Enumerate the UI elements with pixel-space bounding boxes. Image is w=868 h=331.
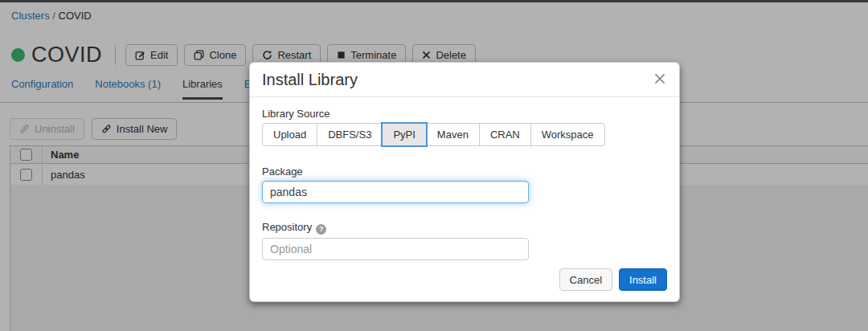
- package-label: Package: [262, 166, 667, 178]
- repository-label: Repository?: [262, 221, 667, 235]
- source-option-cran[interactable]: CRAN: [479, 123, 531, 146]
- repository-field: Repository?: [262, 221, 667, 260]
- library-source-group: Upload DBFS/S3 PyPI Maven CRAN Workspace: [262, 123, 605, 146]
- source-option-upload[interactable]: Upload: [262, 123, 317, 146]
- close-button[interactable]: [653, 72, 669, 88]
- package-field: Package: [262, 166, 667, 203]
- install-button[interactable]: Install: [619, 268, 667, 291]
- repository-label-text: Repository: [262, 221, 312, 233]
- cancel-button[interactable]: Cancel: [559, 268, 612, 291]
- package-input[interactable]: [262, 181, 529, 203]
- library-source-label: Library Source: [262, 108, 667, 120]
- modal-header: Install Library: [250, 63, 679, 97]
- close-icon: [653, 75, 667, 88]
- source-option-maven[interactable]: Maven: [426, 123, 480, 146]
- repository-input[interactable]: [262, 238, 529, 260]
- source-option-dbfs-s3[interactable]: DBFS/S3: [317, 123, 383, 146]
- source-option-workspace[interactable]: Workspace: [530, 123, 605, 146]
- question-icon[interactable]: ?: [316, 224, 326, 235]
- modal-body: Library Source Upload DBFS/S3 PyPI Maven…: [250, 97, 679, 260]
- source-option-pypi[interactable]: PyPI: [382, 123, 426, 146]
- modal-title: Install Library: [262, 71, 358, 88]
- install-library-modal: Install Library Library Source Upload DB…: [249, 62, 680, 302]
- modal-footer: Cancel Install: [559, 268, 667, 291]
